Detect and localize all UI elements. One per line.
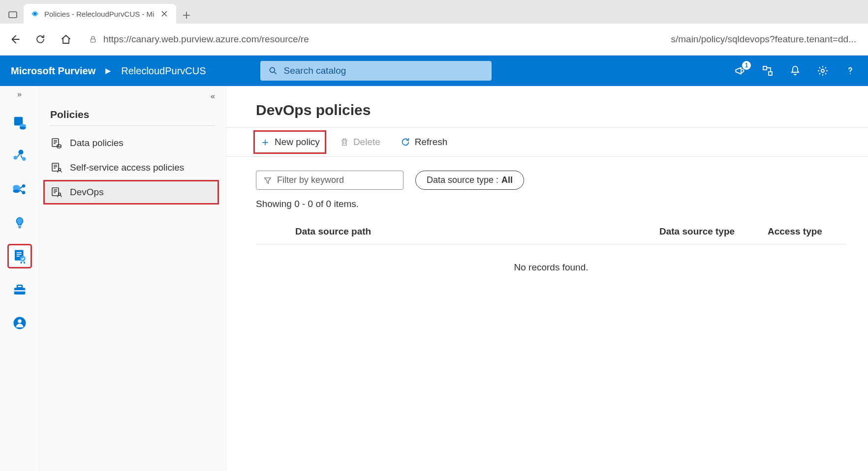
tabs-overview-button[interactable] (4, 6, 22, 24)
feedback-button[interactable]: 1 (733, 64, 747, 78)
collapse-panel-button[interactable]: « (39, 92, 226, 105)
tab-bar: Policies - RelecloudPurvCUS - Mi (0, 0, 868, 24)
svg-rect-30 (52, 188, 59, 196)
svg-point-10 (20, 126, 26, 129)
browser-tab[interactable]: Policies - RelecloudPurvCUS - Mi (24, 4, 176, 24)
svg-rect-12 (13, 156, 17, 160)
svg-rect-5 (769, 72, 772, 75)
rail-management[interactable] (8, 278, 31, 301)
svg-rect-2 (91, 39, 95, 42)
app-body: » « Policies Data policies (0, 86, 868, 471)
rail-data-map[interactable] (8, 144, 31, 168)
plus-icon: ＋ (260, 135, 271, 149)
settings-button[interactable] (816, 64, 830, 78)
table-header: Data source path Data source type Access… (256, 219, 846, 244)
rail-data-catalog[interactable] (8, 111, 31, 134)
url-text-right: s/main/policy/sqldevops?feature.tenant=d… (671, 34, 856, 45)
delete-label: Delete (353, 137, 380, 147)
search-placeholder: Search catalog (284, 65, 346, 76)
svg-rect-0 (9, 12, 17, 18)
column-data-source-path[interactable]: Data source path (295, 226, 659, 237)
knowledge-button[interactable] (761, 64, 775, 78)
new-tab-button[interactable] (178, 7, 195, 24)
side-item-self-service[interactable]: Self-service access policies (39, 155, 226, 180)
address-bar: https://canary.web.purview.azure.com/res… (0, 24, 868, 55)
rail-privacy[interactable] (8, 311, 31, 335)
arrow-left-icon (8, 33, 21, 46)
empty-state: No records found. (256, 244, 846, 273)
rail-data-share[interactable] (8, 177, 31, 201)
side-panel: « Policies Data policies Self-service ac… (39, 86, 226, 471)
breadcrumb-chevron-icon: ▶ (105, 66, 111, 75)
search-input[interactable]: Search catalog (260, 61, 492, 81)
svg-rect-22 (17, 285, 22, 288)
svg-point-1 (34, 13, 36, 15)
notifications-button[interactable] (788, 64, 802, 78)
data-policies-icon (50, 137, 63, 149)
tab-title: Policies - RelecloudPurvCUS - Mi (44, 10, 155, 18)
home-button[interactable] (58, 31, 74, 47)
filter-placeholder: Filter by keyword (277, 175, 344, 185)
svg-rect-23 (14, 290, 25, 292)
pill-label: Data source type : (427, 175, 498, 185)
data-source-type-pill[interactable]: Data source type : All (415, 171, 524, 190)
refresh-label: Refresh (415, 137, 448, 147)
side-item-label: Data policies (70, 138, 124, 148)
home-icon (60, 33, 72, 45)
pill-value: All (501, 175, 513, 185)
policy-icon (12, 249, 27, 264)
side-item-label: DevOps (70, 187, 104, 198)
share-icon (12, 181, 28, 197)
trash-icon (340, 137, 349, 147)
filter-keyword-input[interactable]: Filter by keyword (256, 171, 403, 190)
icon-rail: » (0, 86, 39, 471)
help-icon (845, 65, 856, 76)
knowledge-icon (762, 65, 774, 77)
url-text-left: https://canary.web.purview.azure.com/res… (103, 34, 309, 45)
side-panel-title: Policies (50, 109, 215, 126)
svg-rect-13 (22, 157, 26, 161)
devops-icon (50, 186, 63, 199)
column-access-type[interactable]: Access type (768, 226, 846, 237)
results-count: Showing 0 - 0 of 0 items. (256, 199, 846, 209)
svg-rect-28 (52, 163, 59, 171)
column-data-source-type[interactable]: Data source type (659, 226, 768, 237)
svg-point-6 (821, 69, 824, 72)
rail-data-estate-insights[interactable] (8, 211, 31, 235)
toolbar: ＋ New policy Delete Refresh (226, 127, 868, 157)
brand-label: Microsoft Purview (11, 65, 95, 77)
side-item-data-policies[interactable]: Data policies (39, 131, 226, 155)
close-icon (161, 10, 168, 17)
notification-badge: 1 (742, 61, 751, 70)
filter-icon (263, 176, 272, 185)
bell-icon (789, 65, 801, 77)
toolbox-icon (12, 282, 27, 297)
workspace-name: RelecloudPurvCUS (121, 65, 206, 77)
tabs-icon (8, 10, 18, 20)
database-icon (12, 115, 27, 130)
main-content: DevOps policies ＋ New policy Delete Refr… (226, 86, 868, 471)
rail-data-policy[interactable] (8, 244, 31, 268)
search-icon (268, 66, 278, 76)
tab-close-button[interactable] (159, 9, 169, 19)
svg-point-16 (13, 190, 19, 193)
refresh-button[interactable] (32, 31, 48, 47)
side-item-devops[interactable]: DevOps (43, 180, 219, 205)
svg-point-3 (270, 67, 275, 72)
svg-rect-11 (17, 148, 24, 155)
svg-point-25 (18, 320, 22, 324)
help-button[interactable] (843, 64, 857, 78)
refresh-icon (400, 137, 411, 147)
rail-expand-button[interactable]: » (17, 90, 22, 99)
new-policy-label: New policy (275, 137, 320, 147)
header-actions: 1 (733, 64, 857, 78)
lock-icon (89, 35, 97, 44)
refresh-toolbar-button[interactable]: Refresh (396, 135, 452, 149)
svg-rect-26 (52, 139, 59, 147)
back-button[interactable] (7, 31, 23, 47)
svg-rect-4 (763, 66, 767, 70)
page-title: DevOps policies (256, 102, 846, 118)
url-field[interactable]: https://canary.web.purview.azure.com/res… (84, 34, 861, 45)
new-policy-button[interactable]: ＋ New policy (256, 133, 324, 151)
svg-point-27 (57, 145, 61, 147)
